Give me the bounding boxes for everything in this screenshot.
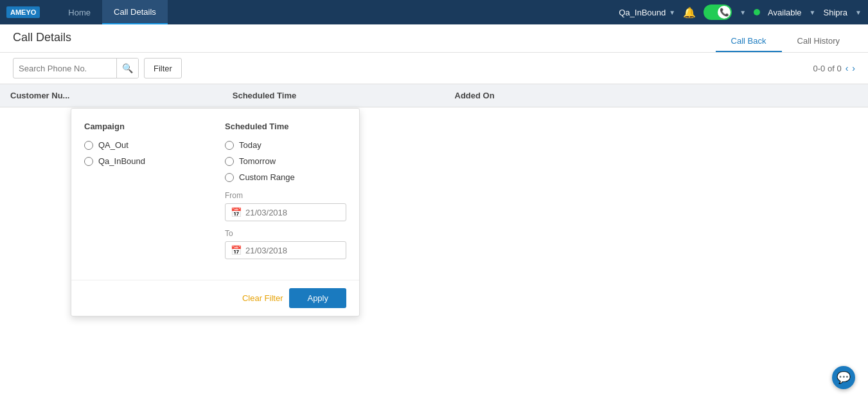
header-row: Call Details Call Back Call History	[0, 24, 868, 53]
filter-footer: Clear Filter Apply	[71, 280, 359, 316]
top-bar: 🔍 Filter 0-0 of 0 ‹ ›	[0, 53, 868, 84]
tab-call-history[interactable]: Call History	[782, 31, 855, 52]
queue-dropdown-arrow: ▼	[669, 9, 675, 16]
header-right: Call Back Call History	[716, 31, 855, 52]
filter-body: Campaign QA_Out Qa_InBound Scheduled Tim…	[71, 109, 359, 280]
filter-dropdown: Campaign QA_Out Qa_InBound Scheduled Tim…	[71, 108, 360, 316]
time-radio-today[interactable]	[225, 141, 234, 150]
clear-filter-button[interactable]: Clear Filter	[242, 293, 283, 303]
to-date-wrap: 📅	[225, 241, 346, 259]
to-label: To	[225, 229, 346, 238]
campaign-label-qa-out: QA_Out	[98, 140, 128, 150]
time-option-custom-range[interactable]: Custom Range	[225, 172, 346, 182]
phone-icon: 📞	[718, 6, 731, 19]
time-radio-custom[interactable]	[225, 173, 234, 182]
page-title: Call Details	[13, 31, 71, 44]
status-indicator	[754, 9, 760, 15]
status-label[interactable]: Available	[768, 8, 802, 17]
chat-icon: 💬	[837, 370, 851, 385]
logo-area: AMEYO	[6, 6, 44, 18]
apply-button[interactable]: Apply	[289, 288, 346, 308]
time-option-tomorrow[interactable]: Tomorrow	[225, 156, 346, 166]
campaign-label-qa-inbound: Qa_InBound	[98, 156, 145, 166]
search-area: 🔍 Filter	[13, 58, 182, 78]
user-label[interactable]: Shipra	[824, 8, 848, 17]
notification-bell-icon[interactable]: 🔔	[683, 6, 696, 19]
navbar-center: Qa_InBound ▼ 🔔 📞 ▼ Available ▼ Shipra ▼	[619, 5, 862, 20]
pagination-info: 0-0 of 0 ‹ ›	[813, 63, 855, 73]
to-date-input[interactable]	[245, 246, 341, 255]
time-radio-group: Today Tomorrow Custom Range	[225, 140, 346, 182]
pagination-prev-button[interactable]: ‹	[846, 63, 849, 73]
header-left: Call Details	[13, 31, 71, 52]
queue-selector[interactable]: Qa_InBound ▼	[619, 8, 675, 17]
status-dropdown-arrow[interactable]: ▼	[810, 9, 816, 16]
time-label-today: Today	[239, 140, 261, 150]
tab-container: Call Back Call History	[716, 31, 855, 52]
date-section: From 📅 To 📅	[225, 191, 346, 259]
pagination-next-button[interactable]: ›	[852, 63, 855, 73]
time-radio-tomorrow[interactable]	[225, 157, 234, 166]
filter-button[interactable]: Filter	[144, 58, 182, 78]
scheduled-time-section: Scheduled Time Today Tomorrow Custom Ran…	[225, 122, 346, 267]
search-box: 🔍	[13, 58, 139, 78]
pagination-text: 0-0 of 0	[813, 64, 842, 73]
navbar: AMEYO Home Call Details Qa_InBound ▼ 🔔 📞…	[0, 0, 868, 24]
campaign-option-qa-inbound[interactable]: Qa_InBound	[84, 156, 206, 166]
search-input[interactable]	[13, 64, 116, 73]
to-calendar-icon: 📅	[231, 245, 242, 255]
col-header-customer: Customer Nu...	[0, 84, 222, 107]
nav-call-details[interactable]: Call Details	[102, 0, 168, 24]
time-label-tomorrow: Tomorrow	[239, 156, 276, 166]
phone-dropdown-arrow[interactable]: ▼	[740, 9, 746, 16]
queue-label: Qa_InBound	[619, 8, 666, 17]
from-calendar-icon: 📅	[231, 207, 242, 217]
nav-home[interactable]: Home	[57, 0, 102, 24]
col-header-added-on: Added On	[445, 84, 869, 107]
campaign-title: Campaign	[84, 122, 206, 131]
chat-fab-button[interactable]: 💬	[832, 366, 855, 389]
campaign-radio-qa-inbound[interactable]	[84, 157, 93, 166]
logo-text: AMEYO	[10, 8, 36, 16]
from-date-input[interactable]	[245, 208, 341, 217]
page-wrapper: Call Details Call Back Call History 🔍 Fi…	[0, 24, 868, 402]
campaign-radio-group: QA_Out Qa_InBound	[84, 140, 206, 166]
time-label-custom: Custom Range	[239, 172, 295, 182]
tab-callback[interactable]: Call Back	[716, 31, 782, 52]
scheduled-title: Scheduled Time	[225, 122, 346, 131]
campaign-radio-qa-out[interactable]	[84, 141, 93, 150]
phone-toggle[interactable]: 📞	[704, 5, 732, 20]
logo-box: AMEYO	[6, 6, 40, 18]
user-dropdown-arrow[interactable]: ▼	[855, 9, 862, 16]
col-header-scheduled-time: Scheduled Time	[222, 84, 445, 107]
campaign-option-qa-out[interactable]: QA_Out	[84, 140, 206, 150]
campaign-section: Campaign QA_Out Qa_InBound	[84, 122, 206, 267]
from-date-wrap: 📅	[225, 203, 346, 221]
table-header-row: Customer Nu... Scheduled Time Added On	[0, 84, 868, 107]
from-label: From	[225, 191, 346, 200]
search-button[interactable]: 🔍	[116, 58, 138, 78]
time-option-today[interactable]: Today	[225, 140, 346, 150]
